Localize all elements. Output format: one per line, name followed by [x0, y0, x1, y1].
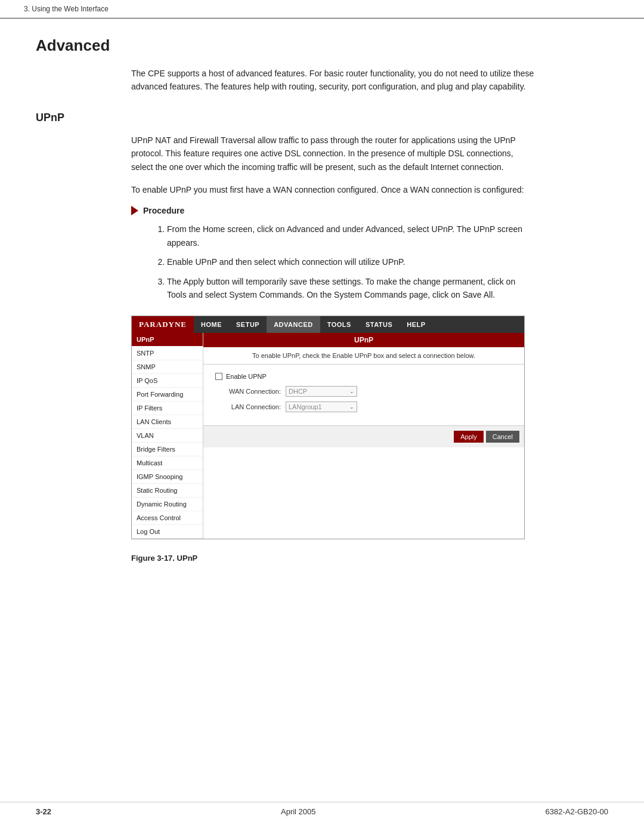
- panel-title: UPnP: [203, 333, 524, 347]
- lan-connection-row: LAN Connection: LANgroup1 ⌄: [215, 401, 512, 412]
- cancel-button[interactable]: Cancel: [486, 431, 519, 443]
- wan-label: WAN Connection:: [215, 388, 281, 395]
- sc-nav-status[interactable]: STATUS: [358, 316, 400, 333]
- panel-subtitle: To enable UPnP, check the Enable UPnP bo…: [203, 347, 524, 365]
- sc-nav-setup[interactable]: SETUP: [229, 316, 267, 333]
- screenshot-ui: PARADYNE HOME SETUP ADVANCED TOOLS STATU…: [131, 316, 525, 539]
- sidebar-item-sntp[interactable]: SNTP: [132, 347, 203, 360]
- sidebar-item-upnp[interactable]: UPnP: [132, 333, 203, 347]
- sidebar-item-ipqos[interactable]: IP QoS: [132, 374, 203, 388]
- sidebar-item-static-routing[interactable]: Static Routing: [132, 484, 203, 498]
- figure-caption: Figure 3-17. UPnP: [131, 554, 608, 563]
- section-upnp-title: UPnP: [36, 112, 608, 124]
- sc-nav-help[interactable]: HELP: [400, 316, 432, 333]
- procedure-arrow-icon: [131, 206, 138, 215]
- page-title: Advanced: [36, 36, 608, 55]
- sidebar-item-ip-filters[interactable]: IP Filters: [132, 401, 203, 415]
- sidebar-item-access-control[interactable]: Access Control: [132, 511, 203, 525]
- main-content: Advanced The CPE supports a host of adva…: [0, 18, 644, 598]
- intro-text: The CPE supports a host of advanced feat…: [131, 67, 537, 94]
- step-3: The Apply button will temporarily save t…: [167, 275, 537, 302]
- sc-nav-home[interactable]: HOME: [194, 316, 229, 333]
- sc-nav-advanced[interactable]: ADVANCED: [267, 316, 320, 333]
- panel-content: Enable UPNP WAN Connection: DHCP ⌄ LAN C…: [203, 365, 524, 425]
- upnp-text2: To enable UPnP you must first have a WAN…: [131, 183, 537, 196]
- wan-dropdown-arrow-icon: ⌄: [349, 388, 354, 394]
- enable-upnp-checkbox[interactable]: [215, 373, 222, 380]
- sc-navbar: PARADYNE HOME SETUP ADVANCED TOOLS STATU…: [132, 316, 524, 333]
- sidebar-item-bridge-filters[interactable]: Bridge Filters: [132, 443, 203, 456]
- panel-footer: Apply Cancel: [203, 425, 524, 447]
- sidebar-item-snmp[interactable]: SNMP: [132, 360, 203, 374]
- sc-nav-items: HOME SETUP ADVANCED TOOLS STATUS HELP: [194, 316, 433, 333]
- wan-value: DHCP: [289, 388, 307, 395]
- sidebar-item-igmp-snooping[interactable]: IGMP Snooping: [132, 470, 203, 484]
- breadcrumb-text: 3. Using the Web Interface: [24, 5, 109, 13]
- enable-upnp-label: Enable UPNP: [226, 373, 267, 380]
- apply-button[interactable]: Apply: [454, 431, 484, 443]
- procedure-steps: From the Home screen, click on Advanced …: [155, 223, 537, 301]
- footer-page-num: 3-22: [36, 807, 51, 816]
- sc-nav-tools[interactable]: TOOLS: [320, 316, 358, 333]
- sc-main-panel: UPnP To enable UPnP, check the Enable UP…: [203, 333, 524, 539]
- top-breadcrumb: 3. Using the Web Interface: [0, 0, 644, 18]
- sidebar-item-multicast[interactable]: Multicast: [132, 456, 203, 470]
- sidebar-item-vlan[interactable]: VLAN: [132, 429, 203, 443]
- upnp-text1: UPnP NAT and Firewall Traversal allow tr…: [131, 134, 537, 174]
- lan-value: LANgroup1: [289, 403, 322, 410]
- procedure-label: Procedure: [143, 206, 184, 215]
- enable-upnp-row: Enable UPNP: [215, 373, 512, 380]
- sidebar-item-port-forwarding[interactable]: Port Forwarding: [132, 388, 203, 401]
- wan-connection-row: WAN Connection: DHCP ⌄: [215, 386, 512, 397]
- lan-connection-dropdown[interactable]: LANgroup1 ⌄: [286, 401, 357, 412]
- sc-sidebar: UPnP SNTP SNMP IP QoS Port Forwarding IP…: [132, 333, 203, 539]
- wan-connection-dropdown[interactable]: DHCP ⌄: [286, 386, 357, 397]
- procedure-header: Procedure: [131, 206, 608, 215]
- sidebar-item-log-out[interactable]: Log Out: [132, 525, 203, 539]
- lan-dropdown-arrow-icon: ⌄: [349, 404, 354, 410]
- footer-right: 6382-A2-GB20-00: [545, 807, 608, 816]
- sc-logo: PARADYNE: [132, 316, 194, 333]
- sidebar-item-dynamic-routing[interactable]: Dynamic Routing: [132, 498, 203, 511]
- footer-center: April 2005: [281, 807, 316, 816]
- step-2: Enable UPnP and then select which connec…: [167, 255, 537, 268]
- lan-label: LAN Connection:: [215, 403, 281, 410]
- sc-body: UPnP SNTP SNMP IP QoS Port Forwarding IP…: [132, 333, 524, 539]
- page-footer: 3-22 April 2005 6382-A2-GB20-00: [0, 802, 644, 816]
- step-1: From the Home screen, click on Advanced …: [167, 223, 537, 249]
- sidebar-item-lan-clients[interactable]: LAN Clients: [132, 415, 203, 429]
